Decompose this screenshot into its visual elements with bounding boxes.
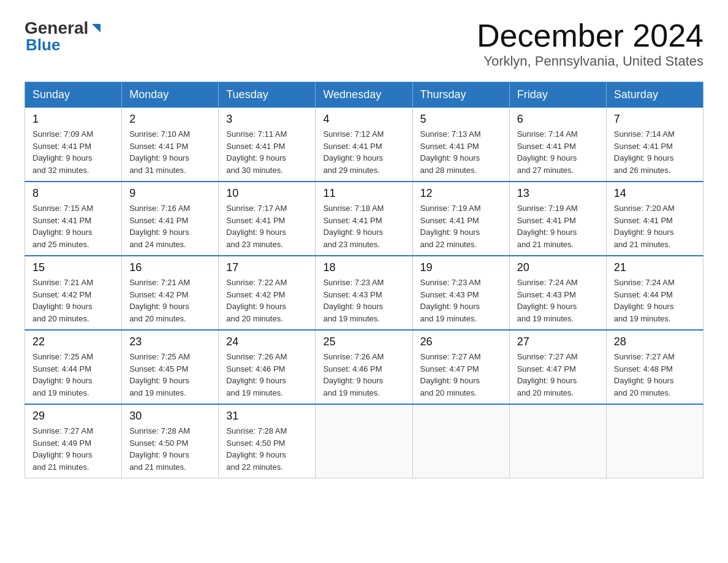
day-info: Sunrise: 7:20 AMSunset: 4:41 PMDaylight:… [614,202,696,250]
calendar-day-cell: 10Sunrise: 7:17 AMSunset: 4:41 PMDayligh… [219,182,316,256]
day-number: 4 [323,113,404,126]
svg-marker-0 [92,24,100,33]
day-number: 10 [226,187,308,200]
day-info: Sunrise: 7:25 AMSunset: 4:45 PMDaylight:… [129,351,211,399]
day-number: 8 [32,187,114,200]
day-number: 22 [32,335,114,348]
day-number: 14 [614,187,696,200]
weekday-header-thursday: Thursday [412,82,509,108]
day-number: 21 [614,261,696,274]
day-info: Sunrise: 7:10 AMSunset: 4:41 PMDaylight:… [129,128,211,176]
day-info: Sunrise: 7:28 AMSunset: 4:50 PMDaylight:… [226,425,308,473]
day-info: Sunrise: 7:09 AMSunset: 4:41 PMDaylight:… [32,128,114,176]
day-number: 11 [323,187,404,200]
title-area: December 2024 Yorklyn, Pennsylvania, Uni… [477,18,703,69]
calendar-day-cell: 26Sunrise: 7:27 AMSunset: 4:47 PMDayligh… [412,330,509,404]
day-number: 17 [226,261,308,274]
day-info: Sunrise: 7:25 AMSunset: 4:44 PMDaylight:… [32,351,114,399]
month-title: December 2024 [477,18,703,53]
header: General Blue December 2024 Yorklyn, Penn… [25,18,703,69]
calendar-day-cell: 2Sunrise: 7:10 AMSunset: 4:41 PMDaylight… [122,108,219,182]
calendar-day-cell: 5Sunrise: 7:13 AMSunset: 4:41 PMDaylight… [412,108,509,182]
day-info: Sunrise: 7:22 AMSunset: 4:42 PMDaylight:… [226,277,308,324]
calendar-week-row: 29Sunrise: 7:27 AMSunset: 4:49 PMDayligh… [25,404,703,478]
calendar-day-cell: 16Sunrise: 7:21 AMSunset: 4:42 PMDayligh… [122,256,219,330]
day-number: 19 [420,261,502,274]
day-number: 24 [226,335,308,348]
day-number: 1 [32,113,114,126]
calendar-day-cell: 4Sunrise: 7:12 AMSunset: 4:41 PMDaylight… [316,108,412,182]
day-info: Sunrise: 7:24 AMSunset: 4:43 PMDaylight:… [517,277,599,324]
calendar-day-cell: 20Sunrise: 7:24 AMSunset: 4:43 PMDayligh… [509,256,606,330]
logo-triangle-icon [89,21,103,35]
calendar-day-cell: 1Sunrise: 7:09 AMSunset: 4:41 PMDaylight… [25,108,122,182]
calendar-day-cell: 30Sunrise: 7:28 AMSunset: 4:50 PMDayligh… [122,404,219,478]
weekday-header-wednesday: Wednesday [316,82,412,108]
day-number: 2 [129,113,211,126]
calendar-day-cell: 7Sunrise: 7:14 AMSunset: 4:41 PMDaylight… [606,108,703,182]
logo-blue-text: Blue [26,36,60,55]
day-number: 9 [129,187,211,200]
day-info: Sunrise: 7:23 AMSunset: 4:43 PMDaylight:… [420,277,502,324]
calendar-day-cell: 8Sunrise: 7:15 AMSunset: 4:41 PMDaylight… [25,182,122,256]
day-info: Sunrise: 7:26 AMSunset: 4:46 PMDaylight:… [226,351,308,399]
calendar-day-cell: 11Sunrise: 7:18 AMSunset: 4:41 PMDayligh… [316,182,412,256]
logo: General Blue [25,18,103,55]
calendar-day-cell: 17Sunrise: 7:22 AMSunset: 4:42 PMDayligh… [219,256,316,330]
day-number: 12 [420,187,502,200]
day-info: Sunrise: 7:27 AMSunset: 4:47 PMDaylight:… [420,351,502,399]
day-info: Sunrise: 7:21 AMSunset: 4:42 PMDaylight:… [129,277,211,324]
subtitle: Yorklyn, Pennsylvania, United States [477,53,703,69]
day-number: 31 [226,410,308,423]
day-number: 13 [517,187,599,200]
day-number: 5 [420,113,502,126]
calendar-week-row: 22Sunrise: 7:25 AMSunset: 4:44 PMDayligh… [25,330,703,404]
day-info: Sunrise: 7:24 AMSunset: 4:44 PMDaylight:… [614,277,696,324]
day-info: Sunrise: 7:27 AMSunset: 4:49 PMDaylight:… [32,425,114,473]
calendar-week-row: 8Sunrise: 7:15 AMSunset: 4:41 PMDaylight… [25,182,703,256]
day-number: 28 [614,335,696,348]
calendar-day-cell: 28Sunrise: 7:27 AMSunset: 4:48 PMDayligh… [606,330,703,404]
calendar-day-cell [606,404,703,478]
day-number: 30 [129,410,211,423]
day-info: Sunrise: 7:27 AMSunset: 4:47 PMDaylight:… [517,351,599,399]
day-number: 26 [420,335,502,348]
day-info: Sunrise: 7:13 AMSunset: 4:41 PMDaylight:… [420,128,502,176]
day-number: 15 [32,261,114,274]
calendar-day-cell: 13Sunrise: 7:19 AMSunset: 4:41 PMDayligh… [509,182,606,256]
day-info: Sunrise: 7:26 AMSunset: 4:46 PMDaylight:… [323,351,404,399]
calendar-day-cell: 3Sunrise: 7:11 AMSunset: 4:41 PMDaylight… [219,108,316,182]
calendar-day-cell: 23Sunrise: 7:25 AMSunset: 4:45 PMDayligh… [122,330,219,404]
day-info: Sunrise: 7:15 AMSunset: 4:41 PMDaylight:… [32,202,114,250]
day-info: Sunrise: 7:19 AMSunset: 4:41 PMDaylight:… [517,202,599,250]
calendar-day-cell [316,404,412,478]
day-info: Sunrise: 7:23 AMSunset: 4:43 PMDaylight:… [323,277,404,324]
calendar-day-cell: 14Sunrise: 7:20 AMSunset: 4:41 PMDayligh… [606,182,703,256]
day-number: 29 [32,410,114,423]
day-number: 7 [614,113,696,126]
calendar-day-cell: 31Sunrise: 7:28 AMSunset: 4:50 PMDayligh… [219,404,316,478]
day-info: Sunrise: 7:28 AMSunset: 4:50 PMDaylight:… [129,425,211,473]
calendar-day-cell: 25Sunrise: 7:26 AMSunset: 4:46 PMDayligh… [316,330,412,404]
weekday-header-monday: Monday [122,82,219,108]
day-info: Sunrise: 7:14 AMSunset: 4:41 PMDaylight:… [614,128,696,176]
weekday-header-sunday: Sunday [25,82,122,108]
day-info: Sunrise: 7:12 AMSunset: 4:41 PMDaylight:… [323,128,404,176]
day-info: Sunrise: 7:16 AMSunset: 4:41 PMDaylight:… [129,202,211,250]
calendar-week-row: 1Sunrise: 7:09 AMSunset: 4:41 PMDaylight… [25,108,703,182]
calendar-day-cell: 19Sunrise: 7:23 AMSunset: 4:43 PMDayligh… [412,256,509,330]
calendar-table: SundayMondayTuesdayWednesdayThursdayFrid… [25,82,703,478]
weekday-header-tuesday: Tuesday [219,82,316,108]
calendar-day-cell: 15Sunrise: 7:21 AMSunset: 4:42 PMDayligh… [25,256,122,330]
day-info: Sunrise: 7:17 AMSunset: 4:41 PMDaylight:… [226,202,308,250]
calendar-day-cell: 22Sunrise: 7:25 AMSunset: 4:44 PMDayligh… [25,330,122,404]
weekday-header-saturday: Saturday [606,82,703,108]
calendar-day-cell: 24Sunrise: 7:26 AMSunset: 4:46 PMDayligh… [219,330,316,404]
calendar-day-cell: 12Sunrise: 7:19 AMSunset: 4:41 PMDayligh… [412,182,509,256]
day-info: Sunrise: 7:18 AMSunset: 4:41 PMDaylight:… [323,202,404,250]
day-number: 23 [129,335,211,348]
calendar-day-cell [412,404,509,478]
calendar-day-cell [509,404,606,478]
day-number: 6 [517,113,599,126]
day-info: Sunrise: 7:19 AMSunset: 4:41 PMDaylight:… [420,202,502,250]
